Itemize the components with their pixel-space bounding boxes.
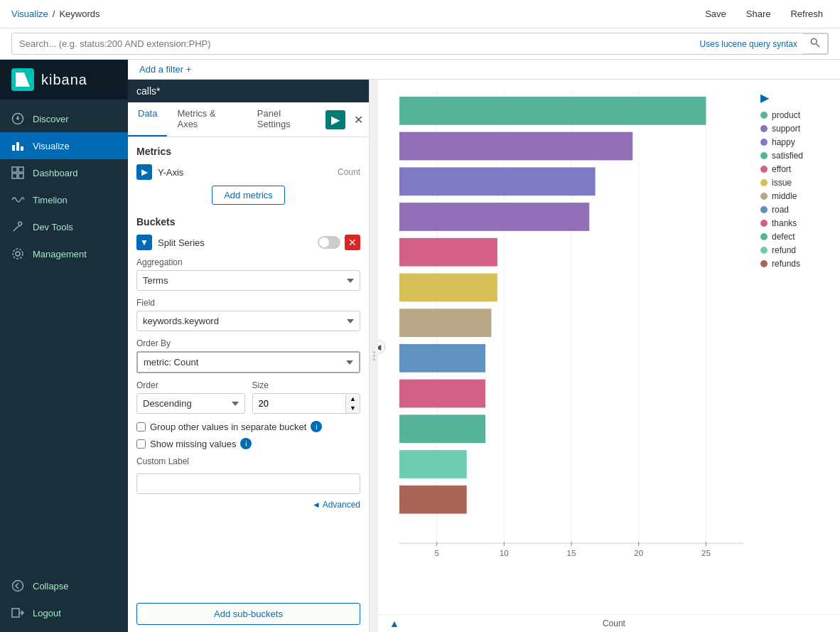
tab-panel-settings[interactable]: Panel Settings: [247, 102, 325, 136]
sidebar-item-collapse[interactable]: Collapse: [0, 572, 128, 599]
main-layout: kibana Discover Visualize Dashboard: [0, 60, 840, 632]
breadcrumb-visualize[interactable]: Visualize: [11, 9, 48, 19]
tab-metrics-axes[interactable]: Metrics & Axes: [167, 102, 247, 136]
legend-label-thanks: thanks: [772, 218, 797, 228]
legend-item-road[interactable]: road: [760, 205, 834, 215]
legend-dot-refund: [760, 247, 768, 254]
aggregation-select[interactable]: Terms Filters Range: [136, 270, 360, 291]
panel-resize-handle[interactable]: [370, 80, 378, 632]
sidebar-item-timelion[interactable]: Timelion: [0, 186, 128, 213]
size-increment-button[interactable]: ▲: [346, 395, 360, 404]
size-spinners: ▲ ▼: [345, 395, 360, 413]
add-sub-buckets-button[interactable]: Add sub-buckets: [136, 603, 360, 625]
tab-data[interactable]: Data: [128, 102, 167, 136]
lucene-syntax-link[interactable]: Uses lucene query syntax: [700, 39, 803, 49]
legend-item-happy[interactable]: happy: [760, 137, 834, 147]
legend-item-product[interactable]: product: [760, 110, 834, 120]
legend-dot-middle: [760, 193, 768, 200]
share-button[interactable]: Share: [741, 6, 777, 22]
legend-item-refund[interactable]: refund: [760, 245, 834, 255]
viz-bottom: ▲ Count: [378, 614, 840, 632]
show-missing-checkbox[interactable]: [136, 439, 146, 449]
legend-label-refund: refund: [772, 245, 796, 255]
legend-item-issue[interactable]: issue: [760, 178, 834, 188]
bar-effort: [399, 238, 497, 267]
group-other-info-icon[interactable]: i: [311, 421, 322, 432]
order-by-label: Order By: [136, 338, 360, 348]
add-metrics-button[interactable]: Add metrics: [212, 186, 285, 205]
toggle-button[interactable]: [318, 236, 340, 249]
left-panel: calls* Data Metrics & Axes Panel Setting…: [128, 80, 370, 632]
svg-point-0: [811, 38, 817, 44]
delete-bucket-button[interactable]: ✕: [345, 235, 360, 250]
svg-rect-4: [12, 145, 15, 151]
legend-dot-happy: [760, 139, 768, 146]
kibana-logo-icon: [11, 68, 34, 91]
legend-dot-support: [760, 125, 768, 132]
size-decrement-button[interactable]: ▼: [346, 404, 360, 413]
bar-satisfied: [399, 203, 589, 231]
sidebar-item-management[interactable]: Management: [0, 240, 128, 267]
show-missing-info-icon[interactable]: i: [240, 438, 252, 449]
sidebar-item-dashboard[interactable]: Dashboard: [0, 159, 128, 186]
save-button[interactable]: Save: [699, 6, 732, 22]
sidebar-item-label-timelion: Timelion: [33, 195, 68, 205]
sidebar-item-discover[interactable]: Discover: [0, 105, 128, 132]
show-missing-row: Show missing values i: [136, 438, 360, 449]
close-button[interactable]: ✕: [348, 110, 369, 129]
viz-content: 5 10 15 20 25: [378, 80, 840, 614]
collapse-icon: [11, 579, 24, 592]
legend-item-middle[interactable]: middle: [760, 191, 834, 201]
svg-rect-8: [18, 167, 23, 172]
bucket-header: ▼ Split Series ✕: [136, 235, 360, 250]
field-select[interactable]: keywords.keyword: [136, 311, 360, 331]
legend-label-refunds: refunds: [772, 259, 800, 269]
legend-label-defect: defect: [772, 232, 795, 242]
legend-dot-effort: [760, 166, 768, 173]
bar-refunds: [399, 486, 467, 514]
legend-label-issue: issue: [772, 178, 792, 188]
legend-item-defect[interactable]: defect: [760, 232, 834, 242]
svg-rect-9: [12, 173, 17, 178]
sidebar-item-visualize[interactable]: Visualize: [0, 132, 128, 159]
bucket-expand-button[interactable]: ▼: [136, 235, 152, 250]
aggregation-label: Aggregation: [136, 257, 360, 267]
legend-label-middle: middle: [772, 191, 797, 201]
run-button[interactable]: ▶: [325, 110, 345, 129]
legend-item-thanks[interactable]: thanks: [760, 218, 834, 228]
size-input[interactable]: 20: [253, 394, 346, 413]
advanced-link[interactable]: ◄ Advanced: [136, 500, 360, 510]
order-size-row: Order Descending Ascending Size 20: [136, 380, 360, 421]
legend-item-support[interactable]: support: [760, 124, 834, 134]
group-other-row: Group other values in separate bucket i: [136, 421, 360, 432]
svg-point-12: [13, 249, 23, 259]
size-row: Size 20 ▲ ▼: [252, 380, 361, 414]
custom-label-input[interactable]: [136, 473, 360, 494]
legend-expand-button[interactable]: ▶: [760, 91, 834, 105]
search-submit-button[interactable]: [803, 33, 828, 54]
y-axis-count: Count: [338, 167, 360, 177]
order-select[interactable]: Descending Ascending: [136, 393, 245, 414]
search-input[interactable]: [12, 34, 700, 53]
refresh-button[interactable]: Refresh: [785, 6, 829, 22]
sidebar-item-label-collapse: Collapse: [33, 581, 69, 591]
metric-expand-button[interactable]: ▶: [136, 164, 152, 180]
bar-middle: [399, 309, 491, 337]
bar-defect: [399, 414, 485, 443]
bar-refund: [399, 450, 467, 478]
svg-text:25: 25: [701, 550, 711, 558]
legend-item-refunds[interactable]: refunds: [760, 259, 834, 269]
field-row: Field keywords.keyword: [136, 298, 360, 331]
legend-item-satisfied[interactable]: satisfied: [760, 151, 834, 161]
svg-text:10: 10: [500, 550, 509, 558]
legend-area: ▶ product support happy: [755, 80, 840, 614]
svg-text:5: 5: [434, 550, 438, 558]
add-filter-button[interactable]: Add a filter +: [139, 64, 191, 75]
group-other-checkbox[interactable]: [136, 422, 146, 432]
order-by-select[interactable]: metric: Count Alphabetical: [136, 351, 360, 373]
scroll-up-button[interactable]: ▲: [389, 618, 399, 629]
sidebar-item-devtools[interactable]: Dev Tools: [0, 213, 128, 240]
legend-item-effort[interactable]: effort: [760, 164, 834, 174]
sidebar-item-logout[interactable]: Logout: [0, 599, 128, 626]
svg-marker-3: [16, 115, 19, 120]
